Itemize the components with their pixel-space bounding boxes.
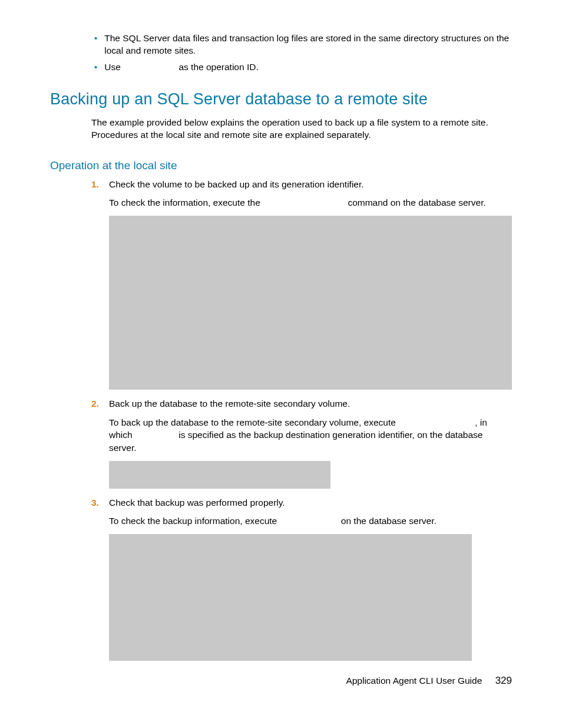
step-description: To check the backup information, execute…	[109, 515, 512, 528]
step-number: 1.	[91, 178, 109, 191]
bullet-text: The SQL Server data files and transactio…	[104, 32, 512, 57]
bullet-dot-icon: •	[94, 61, 97, 73]
code-block	[109, 534, 472, 661]
code-block	[109, 216, 512, 390]
step-title: Check the volume to be backed up and its…	[109, 178, 512, 191]
footer-title: Application Agent CLI User Guide	[346, 676, 482, 686]
step-description: To check the information, execute the co…	[109, 196, 512, 209]
list-item: 2. Back up the database to the remote-si…	[91, 397, 512, 496]
text-fragment: on the database server.	[339, 516, 437, 526]
bullet-text: Use as the operation ID.	[104, 61, 512, 74]
ordered-list: 1. Check the volume to be backed up and …	[91, 178, 512, 669]
step-number: 2.	[91, 397, 109, 410]
section-heading: Backing up an SQL Server database to a r…	[50, 90, 512, 108]
text-fragment: as the operation ID.	[176, 62, 259, 72]
step-number: 3.	[91, 496, 109, 509]
text-fragment: To back up the database to the remote-si…	[109, 417, 398, 427]
step-title: Check that backup was performed properly…	[109, 496, 512, 509]
bullet-list: • The SQL Server data files and transact…	[94, 32, 512, 74]
step-description: To back up the database to the remote-si…	[109, 416, 512, 454]
list-item: 3. Check that backup was performed prope…	[91, 496, 512, 668]
text-fragment: To check the backup information, execute	[109, 516, 280, 526]
intro-paragraph: The example provided below explains the …	[91, 117, 512, 141]
page-footer: Application Agent CLI User Guide 329	[346, 675, 512, 687]
page-number: 329	[495, 675, 512, 686]
code-block	[109, 461, 330, 489]
bullet-item: • The SQL Server data files and transact…	[94, 32, 512, 57]
text-fragment: command on the database server.	[345, 197, 486, 207]
subsection-heading: Operation at the local site	[50, 159, 512, 172]
bullet-item: • Use as the operation ID.	[94, 61, 512, 74]
text-fragment: is specified as the backup destination g…	[109, 430, 482, 453]
text-fragment: To check the information, execute the	[109, 197, 263, 207]
list-item: 1. Check the volume to be backed up and …	[91, 178, 512, 397]
bullet-dot-icon: •	[94, 32, 97, 44]
step-title: Back up the database to the remote-site …	[109, 397, 512, 410]
text-fragment: Use	[104, 62, 123, 72]
